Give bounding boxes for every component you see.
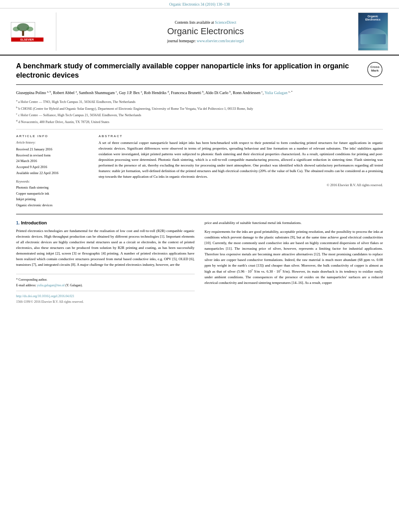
homepage-link[interactable]: www.elsevier.com/locate/orgel: [197, 39, 244, 43]
abstract-text: A set of three commercial copper nanopar…: [99, 140, 383, 180]
footnote-email: E-mail address: yulia.galagan@tno.nl (Y.…: [16, 283, 195, 288]
affiliation-b: b b CHOSE (Centre for Hybrid and Organic…: [16, 105, 383, 111]
keyword-4: Organic electronic devices: [16, 202, 90, 208]
keyword-1: Photonic flash sintering: [16, 185, 90, 190]
affiliation-d: d d Novacentrix, 400 Parker Drive, Austi…: [16, 119, 383, 125]
homepage-line: journal homepage: www.elsevier.com/locat…: [167, 39, 244, 43]
history-label: Article history:: [16, 140, 90, 146]
elsevier-logo-icon: ELSEVIER: [8, 21, 48, 43]
abstract-label: ABSTRACT: [99, 134, 383, 138]
keyword-2: Copper nanoparticle ink: [16, 191, 90, 196]
elsevier-logo-section: ELSEVIER: [4, 12, 56, 51]
footnotes-section: * Corresponding author. E-mail address: …: [16, 274, 195, 304]
section-number: 1.: [16, 220, 21, 225]
svg-point-3: [12, 27, 19, 31]
affiliation-a: a a Holst Centre — TNO, High Tech Campus…: [16, 99, 383, 105]
journal-citation: Organic Electronics 34 (2016) 130–138: [0, 0, 399, 8]
right-para-1: price and availability of suitable funct…: [205, 220, 383, 226]
svg-text:ELSEVIER: ELSEVIER: [20, 38, 34, 41]
main-content: A benchmark study of commercially availa…: [0, 55, 399, 310]
left-body-col: 1. Introduction Printed electronics tech…: [16, 220, 195, 304]
doi-line: http://dx.doi.org/10.1016/j.orgel.2016.0…: [16, 294, 195, 298]
journal-cover-image: Organic Electronics: [358, 12, 388, 51]
affiliations-section: a a Holst Centre — TNO, High Tech Campus…: [16, 99, 383, 129]
doi-link[interactable]: http://dx.doi.org/10.1016/j.orgel.2016.0…: [16, 294, 74, 298]
intro-para-1: Printed electronics technologies are fun…: [16, 228, 195, 268]
svg-point-4: [26, 27, 33, 31]
article-info-abstract: ARTICLE INFO Article history: Received 2…: [16, 134, 383, 208]
keywords-section: Keywords: Photonic flash sintering Coppe…: [16, 180, 90, 208]
keywords-label: Keywords:: [16, 180, 90, 183]
received-revised-label: Received in revised form: [16, 153, 90, 158]
authors-line: Giuseppina Polino a, b, Robert Abbel a, …: [16, 90, 383, 96]
abstract-column: ABSTRACT A set of three commercial coppe…: [99, 134, 383, 208]
article-title: A benchmark study of commercially availa…: [16, 62, 361, 80]
footnote-corresponding: * Corresponding author.: [16, 277, 195, 282]
svg-text:Cross: Cross: [370, 65, 380, 69]
accepted-date: Accepted 9 April 2016: [16, 164, 90, 170]
keywords-list: Photonic flash sintering Copper nanopart…: [16, 185, 90, 208]
available-date: Available online 22 April 2016: [16, 170, 90, 176]
journal-title: Organic Electronics: [167, 26, 244, 37]
received-date: Received 21 January 2016: [16, 147, 90, 152]
cover-title: Organic Electronics: [365, 15, 380, 22]
article-info-column: ARTICLE INFO Article history: Received 2…: [16, 134, 90, 208]
issn-line: 1566-1199/© 2016 Elsevier B.V. All right…: [16, 300, 195, 304]
svg-rect-2: [22, 31, 24, 36]
journal-header: ELSEVIER Contents lists available at Sci…: [0, 8, 399, 55]
copyright-line: © 2016 Elsevier B.V. All rights reserved…: [99, 183, 383, 187]
keyword-3: Inkjet printing: [16, 196, 90, 202]
crossmark-icon[interactable]: Cross Mark: [367, 62, 383, 78]
received-revised-date: 24 March 2016: [16, 158, 90, 164]
section-title: Introduction: [21, 220, 47, 225]
journal-title-section: Contents lists available at ScienceDirec…: [56, 12, 355, 51]
svg-text:Mark: Mark: [371, 69, 379, 72]
intro-heading: 1. Introduction: [16, 220, 195, 225]
sciencedirect-link[interactable]: ScienceDirect: [215, 21, 236, 25]
right-body-col: price and availability of suitable funct…: [205, 220, 383, 304]
sciencedirect-text: Contents lists available at ScienceDirec…: [175, 21, 236, 25]
section-divider: [16, 214, 383, 214]
article-title-section: A benchmark study of commercially availa…: [16, 62, 383, 85]
cover-image-section: Organic Electronics: [355, 12, 391, 51]
article-info-label: ARTICLE INFO: [16, 134, 90, 138]
article-info-box: Article history: Received 21 January 201…: [16, 140, 90, 176]
affiliation-c: c c Holst Centre — Solliance, High Tech …: [16, 112, 383, 118]
right-para-2: Key requirements for the inks are good p…: [205, 229, 383, 286]
body-section: 1. Introduction Printed electronics tech…: [16, 220, 383, 304]
footnote-divider: [16, 291, 195, 291]
homepage-label: journal homepage:: [167, 39, 196, 43]
email-link[interactable]: yulia.galagan@tno.nl: [37, 283, 65, 287]
